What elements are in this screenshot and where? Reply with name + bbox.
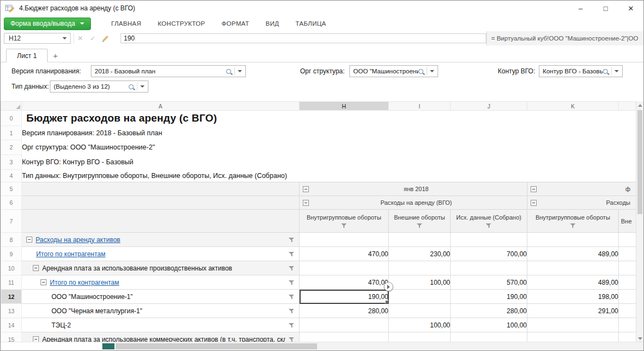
cancel-icon[interactable]: ✕ (74, 34, 87, 42)
info-org[interactable]: Орг структура: ООО "Машиностроение-2" (22, 140, 637, 155)
value-cell[interactable] (619, 318, 637, 332)
drill-button[interactable] (384, 282, 393, 291)
col-header-source[interactable]: Исх. данные (Собрано) (451, 210, 527, 233)
row-number[interactable]: 0 (1, 111, 22, 126)
row-number[interactable]: 3 (1, 155, 22, 170)
collapse-icon[interactable] (531, 186, 537, 192)
filter-icon[interactable] (289, 323, 295, 328)
row-number[interactable]: 9 (1, 247, 22, 261)
form-io-button[interactable]: Форма ввода/вывода (4, 18, 91, 30)
col-header-partial[interactable]: Вне (619, 210, 637, 233)
value-cell[interactable]: 280,00 (300, 304, 389, 318)
filter-icon[interactable] (570, 223, 576, 228)
value-cell[interactable] (451, 233, 527, 247)
collapse-icon[interactable] (303, 200, 309, 206)
filter-icon[interactable] (289, 308, 295, 314)
filter-icon[interactable] (417, 223, 423, 228)
tab-glavnaya[interactable]: ГЛАВНАЯ (103, 20, 150, 27)
row-label-cell[interactable]: ООО "Машиностроение-1" (22, 290, 300, 304)
add-sheet-button[interactable]: + (48, 49, 63, 62)
value-cell[interactable]: 100,00 (389, 275, 451, 290)
formula-input[interactable]: 190 (120, 33, 486, 43)
scroll-down-icon[interactable] (638, 337, 642, 340)
value-cell[interactable]: 280,00 (451, 304, 527, 318)
row-number[interactable]: 8 (1, 233, 22, 247)
filter-icon[interactable] (289, 251, 295, 257)
row-label-cell[interactable]: Итого по контрагентам (22, 247, 300, 261)
value-cell[interactable] (527, 318, 619, 332)
value-cell[interactable]: 291,00 (527, 304, 619, 318)
row-label-cell[interactable]: ТЭЦ-2 (22, 318, 300, 332)
filter-icon[interactable] (289, 237, 295, 243)
value-cell[interactable] (619, 233, 637, 247)
report-title[interactable]: Бюджет расходов на аренду (с ВГО) (22, 111, 637, 126)
row-number[interactable]: 14 (1, 318, 22, 332)
maximize-button[interactable]: □ (593, 1, 618, 16)
row-label-cell[interactable]: Расходы на аренду активов (22, 233, 300, 247)
value-cell[interactable] (619, 290, 637, 304)
tab-format[interactable]: ФОРМАТ (214, 20, 257, 27)
value-cell[interactable] (619, 275, 637, 290)
scroll-up-icon[interactable] (638, 104, 642, 107)
col-header-intragroup-2[interactable]: Внутригрупповые обороты (527, 210, 619, 233)
filter-icon[interactable] (289, 294, 295, 300)
value-cell[interactable]: 198,00 (527, 290, 619, 304)
filter-combo-kontur[interactable]: Контур ВГО - Базовый (539, 65, 623, 77)
value-cell[interactable] (389, 304, 451, 318)
column-header-a[interactable]: A (22, 102, 300, 111)
info-datatype[interactable]: Тип данных: Внутригрупповые обороты, Вне… (22, 170, 637, 182)
value-cell[interactable]: 700,00 (451, 247, 527, 261)
info-kontur[interactable]: Контур ВГО: Контур ВГО - Базовый (22, 155, 637, 170)
value-cell[interactable]: 470,00 (300, 247, 389, 261)
collapse-icon[interactable] (531, 200, 537, 206)
value-cell[interactable] (300, 233, 389, 247)
tab-konstruktor[interactable]: КОНСТРУКТОР (150, 20, 214, 27)
col-header-external[interactable]: Внешние обороты (389, 210, 451, 233)
collapse-icon[interactable] (41, 279, 47, 285)
value-cell[interactable]: 190,00 (451, 290, 527, 304)
column-header-h[interactable]: H (300, 102, 389, 111)
row-label-cell[interactable]: Итого по контрагентам (22, 275, 300, 290)
edit-formula-icon[interactable] (99, 35, 112, 42)
row-label-cell[interactable]: ООО "Черная металлургия-1" (22, 304, 300, 318)
filter-combo-datatype[interactable]: (Выделено 3 из 12) (50, 80, 148, 93)
value-cell[interactable] (619, 304, 637, 318)
row-number[interactable]: 5 (1, 182, 22, 196)
enter-icon[interactable]: ✓ (87, 34, 99, 42)
column-header-j[interactable]: J (451, 102, 527, 111)
value-cell[interactable] (389, 261, 451, 275)
filter-icon[interactable] (289, 280, 295, 285)
value-cell[interactable]: 100,00 (389, 318, 451, 332)
row-number[interactable]: 2 (1, 140, 22, 155)
row-number[interactable]: 10 (1, 261, 22, 275)
tab-tablitsa[interactable]: ТАБЛИЦА (288, 20, 335, 27)
value-cell[interactable] (619, 247, 637, 261)
selected-cell[interactable]: 190,00 (300, 290, 389, 304)
info-version[interactable]: Версия планирования: 2018 - Базовый план (22, 126, 637, 140)
row-number-selected[interactable]: 12 (1, 290, 22, 304)
row-label-link[interactable]: Итого по контрагентам (50, 279, 119, 286)
name-box[interactable]: H12 (4, 33, 71, 44)
row-number[interactable]: 6 (1, 196, 22, 210)
filter-icon[interactable] (289, 266, 295, 271)
value-cell[interactable] (527, 233, 619, 247)
value-cell[interactable] (300, 318, 389, 332)
select-all-corner[interactable] (1, 102, 22, 111)
value-cell[interactable]: 100,00 (451, 318, 527, 332)
minimize-button[interactable]: – (568, 1, 593, 16)
col-header-intragroup-1[interactable]: Внутригрупповые обороты (300, 210, 389, 233)
column-header-i[interactable]: I (389, 102, 451, 111)
value-cell[interactable] (300, 261, 389, 275)
value-cell[interactable] (389, 290, 451, 304)
collapse-icon[interactable] (303, 186, 309, 192)
pane-splitter[interactable] (102, 343, 114, 349)
collapse-icon[interactable] (26, 237, 32, 243)
value-cell[interactable]: 489,00 (527, 247, 619, 261)
horizontal-scroll-thumb[interactable] (116, 343, 317, 349)
row-label-link[interactable]: Итого по контрагентам (36, 250, 106, 258)
row-label-cell[interactable]: Арендная плата за использование производ… (22, 261, 300, 275)
value-cell[interactable] (389, 233, 451, 247)
row-number[interactable]: 1 (1, 126, 22, 140)
filter-icon[interactable] (341, 223, 347, 228)
filter-icon[interactable] (289, 337, 295, 342)
